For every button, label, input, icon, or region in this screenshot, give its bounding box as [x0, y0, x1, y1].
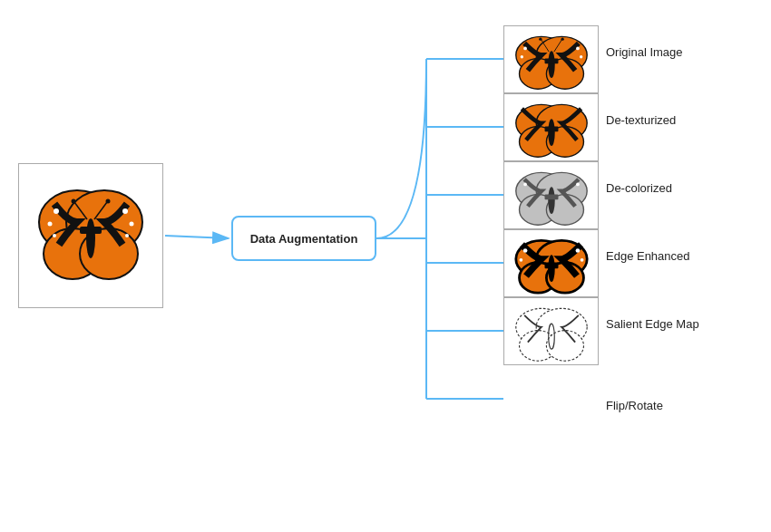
label-salient-edge: Salient Edge Map [606, 317, 699, 331]
source-butterfly-svg [27, 177, 154, 295]
svg-point-59 [522, 248, 527, 253]
svg-point-20 [125, 234, 129, 237]
svg-point-33 [576, 46, 580, 50]
svg-point-30 [548, 51, 554, 78]
svg-point-52 [576, 182, 580, 186]
svg-point-44 [548, 119, 554, 146]
svg-point-31 [523, 46, 527, 50]
svg-point-60 [519, 257, 522, 261]
label-edge-enhanced: Edge Enhanced [606, 249, 690, 263]
svg-point-32 [520, 55, 522, 58]
svg-point-50 [548, 187, 554, 214]
label-flip-rotate: Flip/Rotate [606, 399, 663, 412]
source-image [18, 163, 163, 308]
svg-point-25 [106, 199, 111, 204]
svg-point-39 [561, 37, 563, 40]
svg-point-62 [580, 257, 583, 261]
svg-point-34 [579, 55, 581, 58]
label-decolorized: De-colorized [606, 181, 672, 195]
output-flip-rotate [497, 363, 606, 435]
augmentation-label: Data Augmentation [250, 232, 358, 246]
output-original [503, 25, 599, 93]
svg-point-16 [48, 222, 53, 227]
diagram: Data Augmentation Original Image [0, 0, 771, 532]
svg-rect-21 [80, 227, 102, 234]
svg-line-1 [165, 236, 229, 238]
output-decolorized [503, 161, 599, 229]
output-edge-enhanced [503, 229, 599, 297]
svg-rect-63 [544, 262, 558, 268]
svg-point-18 [122, 208, 128, 214]
svg-point-38 [539, 37, 542, 40]
svg-point-15 [54, 208, 59, 214]
svg-point-17 [53, 234, 56, 237]
svg-point-51 [523, 182, 527, 186]
output-detexturized [503, 93, 599, 161]
svg-point-14 [86, 218, 95, 258]
label-original: Original Image [606, 45, 683, 59]
svg-rect-45 [544, 126, 558, 131]
svg-point-67 [546, 330, 583, 361]
svg-point-19 [130, 222, 134, 227]
svg-point-61 [575, 248, 580, 253]
svg-rect-35 [544, 58, 558, 63]
svg-rect-53 [544, 194, 558, 199]
output-salient-edge [503, 297, 599, 365]
label-detexturized: De-texturized [606, 113, 676, 127]
svg-point-24 [72, 199, 76, 204]
augmentation-box: Data Augmentation [231, 216, 376, 261]
